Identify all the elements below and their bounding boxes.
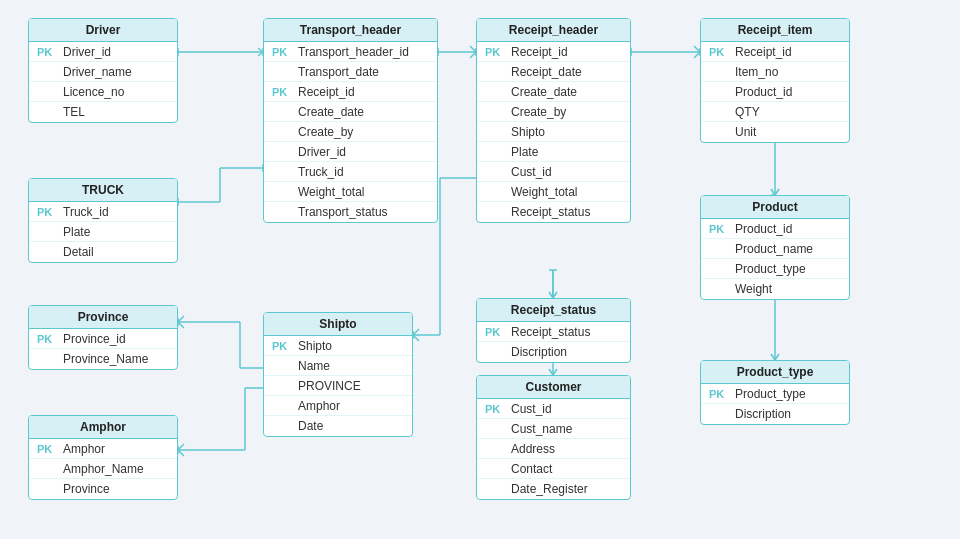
pk-label: PK [37, 443, 57, 455]
field-name: Receipt_id [511, 45, 568, 59]
table-title-transport_header: Transport_header [264, 19, 437, 42]
field-name: Weight_total [511, 185, 578, 199]
table-title-province: Province [29, 306, 177, 329]
table-row: Licence_no [29, 82, 177, 102]
field-name: Receipt_status [511, 325, 590, 339]
table-row: Receipt_date [477, 62, 630, 82]
field-name: Cust_id [511, 165, 552, 179]
table-row: Shipto [477, 122, 630, 142]
table-row: Name [264, 356, 412, 376]
field-name: Transport_date [298, 65, 379, 79]
field-name: Product_type [735, 262, 806, 276]
table-title-truck: TRUCK [29, 179, 177, 202]
table-receipt_status: Receipt_statusPKReceipt_statusDiscriptio… [476, 298, 631, 363]
table-row: Product_id [701, 82, 849, 102]
table-title-receipt_status: Receipt_status [477, 299, 630, 322]
table-row: PKTransport_header_id [264, 42, 437, 62]
table-row: PKAmphor [29, 439, 177, 459]
field-name: Product_id [735, 85, 792, 99]
field-name: PROVINCE [298, 379, 361, 393]
table-row: Truck_id [264, 162, 437, 182]
pk-label: PK [485, 326, 505, 338]
pk-label: PK [485, 46, 505, 58]
table-row: Cust_id [477, 162, 630, 182]
field-name: Create_by [298, 125, 353, 139]
field-name: Weight [735, 282, 772, 296]
field-name: Plate [63, 225, 90, 239]
field-name: Province_id [63, 332, 126, 346]
field-name: Driver_id [298, 145, 346, 159]
field-name: Weight_total [298, 185, 365, 199]
table-row: Create_by [264, 122, 437, 142]
field-name: Unit [735, 125, 756, 139]
table-receipt_header: Receipt_headerPKReceipt_idReceipt_dateCr… [476, 18, 631, 223]
table-row: Discription [701, 404, 849, 424]
field-name: Shipto [298, 339, 332, 353]
field-name: Cust_name [511, 422, 572, 436]
table-row: Weight_total [477, 182, 630, 202]
field-name: Truck_id [298, 165, 344, 179]
table-row: Cust_name [477, 419, 630, 439]
svg-line-43 [413, 329, 419, 335]
table-row: Amphor_Name [29, 459, 177, 479]
field-name: Date_Register [511, 482, 588, 496]
table-row: Amphor [264, 396, 412, 416]
field-name: Product_type [735, 387, 806, 401]
table-row: PKShipto [264, 336, 412, 356]
svg-line-49 [178, 316, 184, 322]
field-name: Truck_id [63, 205, 109, 219]
table-row: PKCust_id [477, 399, 630, 419]
table-row: Receipt_status [477, 202, 630, 222]
svg-line-50 [178, 322, 184, 328]
field-name: Discription [735, 407, 791, 421]
table-province: ProvincePKProvince_idProvince_Name [28, 305, 178, 370]
field-name: Product_name [735, 242, 813, 256]
table-shipto: ShiptoPKShiptoNamePROVINCEAmphorDate [263, 312, 413, 437]
table-row: Plate [477, 142, 630, 162]
svg-line-55 [178, 444, 184, 450]
table-row: Product_name [701, 239, 849, 259]
table-row: Date [264, 416, 412, 436]
field-name: Cust_id [511, 402, 552, 416]
table-title-receipt_item: Receipt_item [701, 19, 849, 42]
table-row: Driver_name [29, 62, 177, 82]
table-row: Province_Name [29, 349, 177, 369]
field-name: Detail [63, 245, 94, 259]
field-name: Licence_no [63, 85, 124, 99]
table-row: Create_date [264, 102, 437, 122]
table-row: PKReceipt_id [264, 82, 437, 102]
table-row: Transport_status [264, 202, 437, 222]
field-name: Create_by [511, 105, 566, 119]
field-name: Driver_id [63, 45, 111, 59]
table-title-customer: Customer [477, 376, 630, 399]
table-row: PKProduct_type [701, 384, 849, 404]
table-row: TEL [29, 102, 177, 122]
table-row: Weight [701, 279, 849, 299]
table-row: Item_no [701, 62, 849, 82]
table-row: PKReceipt_id [701, 42, 849, 62]
field-name: Plate [511, 145, 538, 159]
table-row: PKTruck_id [29, 202, 177, 222]
table-truck: TRUCKPKTruck_idPlateDetail [28, 178, 178, 263]
field-name: Date [298, 419, 323, 433]
svg-line-56 [178, 450, 184, 456]
table-row: Detail [29, 242, 177, 262]
table-title-product: Product [701, 196, 849, 219]
field-name: QTY [735, 105, 760, 119]
table-title-amphor: Amphor [29, 416, 177, 439]
field-name: Province [63, 482, 110, 496]
field-name: Amphor_Name [63, 462, 144, 476]
table-receipt_item: Receipt_itemPKReceipt_idItem_noProduct_i… [700, 18, 850, 143]
diagram-canvas: DriverPKDriver_idDriver_nameLicence_noTE… [0, 0, 960, 539]
pk-label: PK [709, 223, 729, 235]
table-row: Discription [477, 342, 630, 362]
table-row: PKProvince_id [29, 329, 177, 349]
field-name: Province_Name [63, 352, 148, 366]
table-title-driver: Driver [29, 19, 177, 42]
table-row: Weight_total [264, 182, 437, 202]
table-row: Unit [701, 122, 849, 142]
pk-label: PK [709, 46, 729, 58]
field-name: Discription [511, 345, 567, 359]
table-title-product_type: Product_type [701, 361, 849, 384]
table-row: PROVINCE [264, 376, 412, 396]
